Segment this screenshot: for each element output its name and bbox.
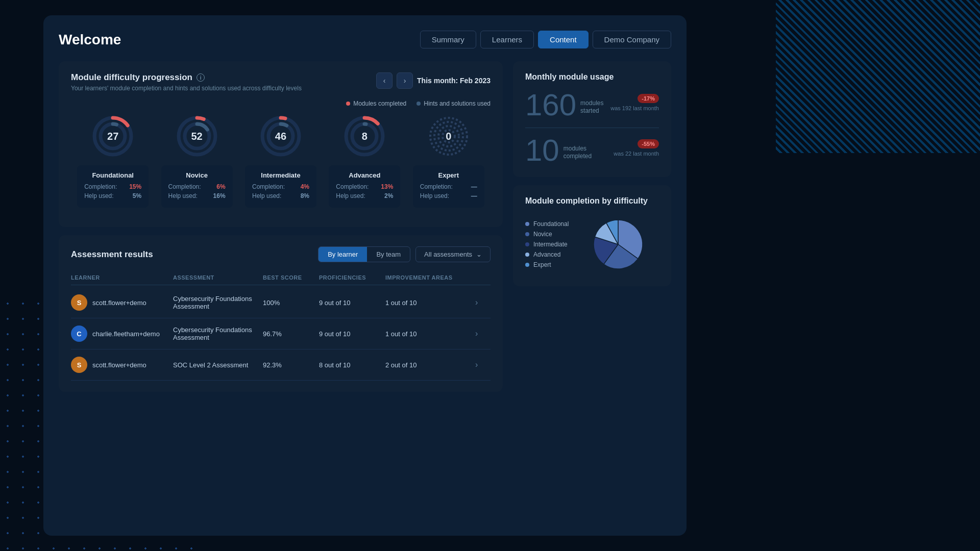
donut-expert: 0 <box>426 113 472 159</box>
assessment-table: LEARNER ASSESSMENT BEST SCORE PROFICIENC… <box>71 270 491 381</box>
pie-legend-item-novice: Novice <box>525 231 569 238</box>
pie-legend-dot <box>525 253 529 257</box>
proficiencies: 9 out of 10 <box>319 299 385 307</box>
content-layout: Module difficulty progression i Your lea… <box>59 61 671 515</box>
demo-company-button[interactable]: Demo Company <box>593 31 671 48</box>
nav-tabs: Summary Learners Content Demo Company <box>420 31 671 48</box>
improvement-areas: 2 out of 10 <box>385 361 475 369</box>
pie-chart <box>587 214 649 275</box>
toggle-by-team[interactable]: By team <box>367 247 410 262</box>
pie-legend-dot <box>525 242 529 246</box>
table-row[interactable]: C charlie.fleetham+demo Cybersecurity Fo… <box>71 318 491 349</box>
donut-value-foundational: 27 <box>107 131 118 142</box>
donut-value-novice: 52 <box>191 131 202 142</box>
next-month-button[interactable]: › <box>397 72 413 89</box>
chart-legend: Modules completed Hints and solutions us… <box>71 100 491 107</box>
donut-advanced: 8 <box>341 113 387 159</box>
pie-legend-item-foundational: Foundational <box>525 220 569 228</box>
monthly-usage-title: Monthly module usage <box>525 72 659 82</box>
toggle-by-learner[interactable]: By learner <box>318 247 367 262</box>
assessment-name: Cybersecurity Foundations Assessment <box>173 295 263 310</box>
left-panel: Module difficulty progression i Your lea… <box>59 61 503 515</box>
learner-cell: S scott.flower+demo <box>71 357 173 373</box>
row-chevron-icon[interactable]: › <box>475 298 491 307</box>
donut-value-intermediate: 46 <box>275 131 286 142</box>
assessment-title: Assessment results <box>71 249 153 260</box>
pie-legend-item-intermediate: Intermediate <box>525 241 569 248</box>
modules-completed-number: 10 <box>525 135 559 166</box>
row-chevron-icon[interactable]: › <box>475 360 491 369</box>
charts-row: 27FoundationalCompletion:15%Help used:5%… <box>71 113 491 208</box>
col-improvement: IMPROVEMENT AREAS <box>385 274 475 281</box>
diff-level-intermediate: Intermediate <box>252 171 309 179</box>
legend-modules-completed: Modules completed <box>346 100 406 107</box>
table-row[interactable]: S scott.flower+demo SOC Level 2 Assessme… <box>71 349 491 381</box>
module-difficulty-subtitle: Your learners' module completion and hin… <box>71 85 302 92</box>
month-nav: ‹ › This month: Feb 2023 <box>376 72 491 89</box>
diff-level-advanced: Advanced <box>336 171 393 179</box>
pie-legend-item-expert: Expert <box>525 261 569 268</box>
pie-chart-wrap <box>577 214 659 275</box>
modules-started-badge: -17% <box>638 94 659 103</box>
donut-value-advanced: 8 <box>362 131 368 142</box>
chart-intermediate: 46IntermediateCompletion:4%Help used:8% <box>245 113 316 208</box>
pie-legend-dot <box>525 232 529 236</box>
best-score: 100% <box>263 299 319 307</box>
legend-dot-hints <box>416 102 421 106</box>
avatar: S <box>71 357 87 373</box>
diff-box-advanced: AdvancedCompletion:13%Help used:2% <box>329 165 400 208</box>
learner-name: scott.flower+demo <box>92 299 146 307</box>
donut-foundational: 27 <box>90 113 136 159</box>
assessment-results-card: Assessment results By learner By team Al… <box>59 235 503 392</box>
legend-dot-completed <box>346 102 350 106</box>
modules-completed-row: 10 modulescompleted -55% was 22 last mon… <box>525 135 659 166</box>
col-learner: LEARNER <box>71 274 173 281</box>
completion-by-difficulty-card: Module completion by difficulty Foundati… <box>513 185 671 286</box>
pie-legend: Foundational Novice Intermediate Advance… <box>525 220 569 268</box>
assessments-dropdown[interactable]: All assessments ⌄ <box>415 246 491 262</box>
pie-legend-dot <box>525 263 529 267</box>
pie-legend-dot <box>525 222 529 226</box>
donut-novice: 52 <box>174 113 220 159</box>
chart-novice: 52NoviceCompletion:6%Help used:16% <box>161 113 233 208</box>
avatar: C <box>71 325 87 342</box>
diff-box-expert: ExpertCompletion:—Help used:— <box>413 165 484 208</box>
legend-hints-used: Hints and solutions used <box>416 100 491 107</box>
modules-completed-badge: -55% <box>638 139 659 148</box>
completion-difficulty-title: Module completion by difficulty <box>525 196 659 206</box>
modules-started-was: was 192 last month <box>610 105 659 111</box>
modules-started-number: 160 <box>525 90 576 120</box>
tab-content[interactable]: Content <box>538 31 589 48</box>
learner-name: scott.flower+demo <box>92 361 146 369</box>
header: Welcome Summary Learners Content Demo Co… <box>59 31 671 48</box>
col-action <box>475 274 491 281</box>
best-score: 92.3% <box>263 361 319 369</box>
proficiencies: 9 out of 10 <box>319 330 385 338</box>
modules-started-label: modulesstarted <box>580 99 603 115</box>
tab-learners[interactable]: Learners <box>480 31 534 48</box>
modules-completed-label: modulescompleted <box>564 145 592 161</box>
diff-level-expert: Expert <box>420 171 477 179</box>
chart-expert: 0ExpertCompletion:—Help used:— <box>413 113 484 208</box>
table-row[interactable]: S scott.flower+demo Cybersecurity Founda… <box>71 287 491 318</box>
assessment-name: Cybersecurity Foundations Assessment <box>173 326 263 341</box>
diff-box-intermediate: IntermediateCompletion:4%Help used:8% <box>245 165 316 208</box>
month-label: This month: Feb 2023 <box>417 77 491 85</box>
chevron-down-icon: ⌄ <box>476 251 482 258</box>
improvement-areas: 1 out of 10 <box>385 330 475 338</box>
main-container: Welcome Summary Learners Content Demo Co… <box>43 15 687 536</box>
page-title: Welcome <box>59 32 121 48</box>
toggle-group: By learner By team <box>318 246 410 262</box>
donut-intermediate: 46 <box>258 113 304 159</box>
row-chevron-icon[interactable]: › <box>475 329 491 338</box>
info-icon[interactable]: i <box>197 73 205 82</box>
learner-cell: S scott.flower+demo <box>71 294 173 311</box>
best-score: 96.7% <box>263 330 319 338</box>
avatar: S <box>71 294 87 311</box>
diff-level-foundational: Foundational <box>84 171 141 179</box>
prev-month-button[interactable]: ‹ <box>376 72 393 89</box>
module-difficulty-card: Module difficulty progression i Your lea… <box>59 61 503 227</box>
tab-summary[interactable]: Summary <box>420 31 476 48</box>
module-difficulty-title: Module difficulty progression i <box>71 72 302 83</box>
col-proficiencies: PROFICIENCIES <box>319 274 385 281</box>
